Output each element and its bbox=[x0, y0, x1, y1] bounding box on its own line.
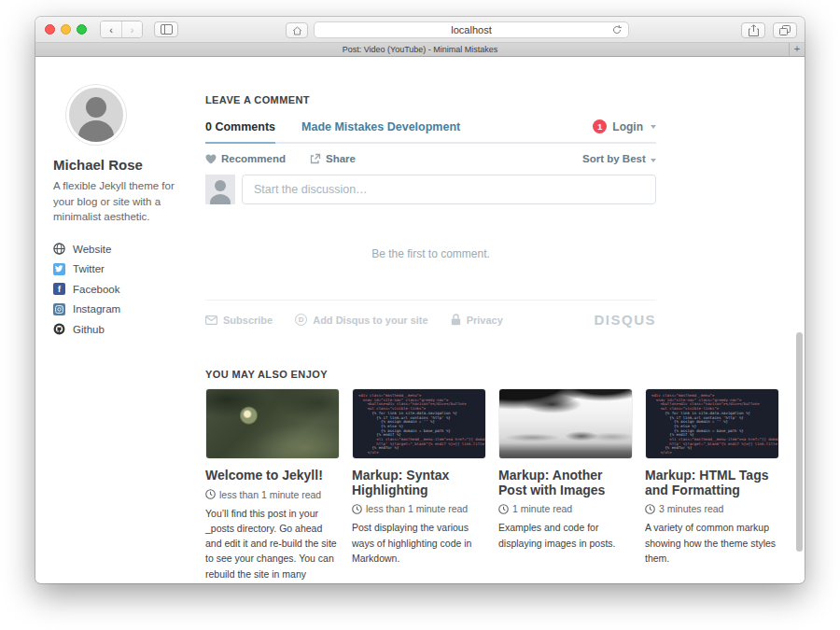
share-label: Share bbox=[326, 153, 356, 164]
commenter-avatar bbox=[205, 175, 235, 204]
post-title[interactable]: Markup: Another Post with Images bbox=[498, 469, 633, 497]
url-text: localhost bbox=[451, 24, 491, 35]
sidebar-icon bbox=[161, 24, 173, 35]
add-disqus-link[interactable]: D Add Disqus to your site bbox=[295, 314, 427, 326]
sidebar-item-twitter[interactable]: Twitter bbox=[53, 263, 195, 275]
post-meta: 1 minute read bbox=[498, 503, 633, 514]
pond-photo bbox=[206, 389, 339, 458]
reload-button[interactable] bbox=[611, 24, 623, 35]
close-window-button[interactable] bbox=[45, 24, 55, 35]
comment-input[interactable] bbox=[242, 175, 656, 204]
code-screenshot: <div class="masthead__menu"> <nav id="si… bbox=[353, 389, 485, 458]
login-control[interactable]: 1 Login bbox=[593, 119, 656, 133]
related-card-post-with-images[interactable]: Markup: Another Post with Images 1 minut… bbox=[498, 388, 633, 582]
sidebar-item-website[interactable]: Website bbox=[53, 243, 195, 255]
author-bio: A flexible Jekyll theme for your blog or… bbox=[53, 178, 195, 225]
facebook-icon: f bbox=[53, 283, 65, 295]
address-bar[interactable]: localhost bbox=[314, 21, 629, 38]
related-cards: Welcome to Jekyll! less than 1 minute re… bbox=[205, 388, 779, 582]
tab-overview-button[interactable] bbox=[773, 22, 797, 38]
vertical-scrollbar[interactable] bbox=[796, 332, 803, 552]
read-time: less than 1 minute read bbox=[219, 489, 321, 500]
post-excerpt: Examples and code for displaying images … bbox=[498, 520, 633, 551]
post-meta: less than 1 minute read bbox=[205, 489, 340, 500]
tree-photo bbox=[499, 389, 632, 458]
disqus-tabs: 0 Comments Made Mistakes Development 1 L… bbox=[205, 119, 656, 144]
link-label: Twitter bbox=[73, 263, 105, 274]
home-button[interactable] bbox=[286, 22, 308, 38]
post-thumbnail bbox=[205, 388, 340, 459]
post-thumbnail bbox=[498, 388, 633, 459]
reload-icon bbox=[611, 24, 623, 35]
sidebar-item-facebook[interactable]: f Facebook bbox=[53, 283, 195, 295]
person-silhouette-icon bbox=[69, 88, 123, 142]
main-column: LEAVE A COMMENT 0 Comments Made Mistakes… bbox=[205, 94, 779, 582]
share-button[interactable] bbox=[741, 22, 765, 38]
post-meta: less than 1 minute read bbox=[352, 503, 486, 514]
add-disqus-label: Add Disqus to your site bbox=[313, 315, 427, 326]
notification-badge: 1 bbox=[593, 119, 607, 133]
disqus-d-icon: D bbox=[295, 314, 307, 326]
post-title[interactable]: Welcome to Jekyll! bbox=[205, 469, 340, 483]
subscribe-label: Subscribe bbox=[223, 315, 273, 326]
related-card-welcome[interactable]: Welcome to Jekyll! less than 1 minute re… bbox=[205, 388, 340, 582]
post-title[interactable]: Markup: HTML Tags and Formatting bbox=[645, 469, 779, 497]
back-button[interactable]: ‹ bbox=[101, 21, 121, 37]
avatar bbox=[66, 85, 126, 145]
post-meta: 3 minutes read bbox=[645, 503, 779, 514]
share-comments-button[interactable]: Share bbox=[310, 153, 356, 164]
clock-icon bbox=[498, 504, 509, 514]
person-silhouette-icon bbox=[205, 175, 235, 204]
post-excerpt: Post displaying the various ways of high… bbox=[352, 520, 486, 566]
privacy-label: Privacy bbox=[467, 315, 503, 326]
read-time: 3 minutes read bbox=[659, 503, 723, 514]
related-posts-section: YOU MAY ALSO ENJOY Welcome to Jekyll! le… bbox=[205, 369, 779, 582]
zoom-window-button[interactable] bbox=[77, 24, 87, 35]
code-screenshot: <div class="masthead__menu"> <nav id="si… bbox=[646, 389, 778, 458]
comments-section: LEAVE A COMMENT 0 Comments Made Mistakes… bbox=[205, 94, 656, 328]
github-icon bbox=[53, 323, 65, 335]
read-time: less than 1 minute read bbox=[366, 503, 468, 514]
share-arrow-icon bbox=[310, 153, 321, 164]
new-tab-button[interactable]: + bbox=[789, 43, 805, 56]
recommend-button[interactable]: Recommend bbox=[205, 153, 286, 164]
forward-button[interactable]: › bbox=[121, 21, 142, 37]
clock-icon bbox=[352, 504, 362, 514]
window-controls bbox=[45, 24, 87, 35]
tab-bar: Post: Video (YouTube) - Minimal Mistakes… bbox=[35, 43, 805, 57]
active-tab[interactable]: Post: Video (YouTube) - Minimal Mistakes bbox=[343, 45, 498, 54]
disqus-actions: Recommend Share Sort by Best bbox=[205, 144, 656, 172]
post-title[interactable]: Markup: Syntax Highlighting bbox=[352, 469, 486, 497]
clock-icon bbox=[645, 504, 655, 514]
globe-icon bbox=[53, 243, 65, 255]
empty-comments-message: Be the first to comment. bbox=[205, 247, 656, 260]
link-label: Instagram bbox=[73, 303, 120, 315]
home-icon bbox=[292, 26, 302, 35]
lock-icon bbox=[451, 314, 461, 326]
subscribe-link[interactable]: Subscribe bbox=[205, 315, 273, 326]
related-card-html-tags[interactable]: <div class="masthead__menu"> <nav id="si… bbox=[645, 388, 779, 582]
related-card-syntax-highlighting[interactable]: <div class="masthead__menu"> <nav id="si… bbox=[352, 388, 486, 582]
sidebar-toggle-button[interactable] bbox=[154, 21, 178, 37]
post-thumbnail: <div class="masthead__menu"> <nav id="si… bbox=[352, 388, 486, 459]
link-label: Facebook bbox=[73, 284, 120, 295]
post-thumbnail: <div class="masthead__menu"> <nav id="si… bbox=[645, 388, 779, 459]
privacy-link[interactable]: Privacy bbox=[451, 314, 503, 326]
link-label: Github bbox=[73, 324, 105, 335]
author-sidebar: Michael Rose A flexible Jekyll theme for… bbox=[53, 85, 195, 343]
sidebar-item-instagram[interactable]: Instagram bbox=[53, 303, 195, 315]
login-label: Login bbox=[612, 120, 643, 133]
read-time: 1 minute read bbox=[512, 503, 572, 514]
heart-icon bbox=[205, 154, 217, 164]
sidebar-item-github[interactable]: Github bbox=[53, 323, 195, 335]
comments-heading: LEAVE A COMMENT bbox=[205, 94, 656, 105]
envelope-icon bbox=[205, 315, 217, 325]
page-content: Michael Rose A flexible Jekyll theme for… bbox=[35, 57, 805, 582]
author-name: Michael Rose bbox=[53, 157, 195, 173]
minimize-window-button[interactable] bbox=[61, 24, 71, 35]
sort-by-best-dropdown[interactable]: Sort by Best bbox=[582, 153, 656, 164]
tab-comment-count[interactable]: 0 Comments bbox=[205, 120, 275, 133]
tab-community[interactable]: Made Mistakes Development bbox=[301, 120, 460, 133]
tabs-icon bbox=[779, 25, 791, 35]
share-icon bbox=[749, 24, 759, 36]
